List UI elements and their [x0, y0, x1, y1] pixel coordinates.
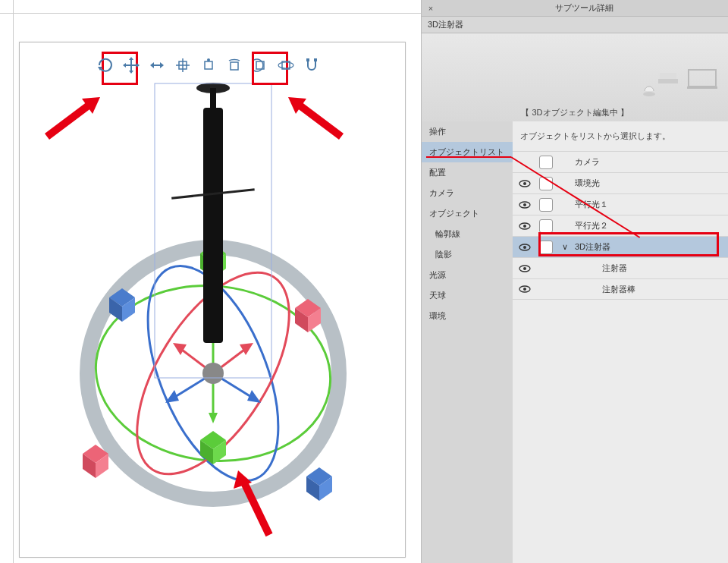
camera-pan-icon[interactable]	[121, 55, 142, 76]
object-row-5[interactable]: 注射器	[513, 257, 728, 278]
svg-point-69	[523, 203, 526, 206]
ruler-top	[0, 0, 421, 14]
subtool-detail-panel: × サブツール詳細 3D注射器 【 3Dオブジェクト編集中 】 操作オブジェクト…	[421, 0, 728, 563]
svg-marker-15	[173, 343, 187, 355]
sidebar-item-5[interactable]: 輪郭線	[422, 224, 513, 244]
object-row-2[interactable]: 平行光１	[513, 193, 728, 215]
sidebar-item-6[interactable]: 陰影	[422, 244, 513, 265]
svg-point-52	[278, 62, 293, 68]
svg-rect-47	[205, 61, 212, 69]
svg-rect-49	[231, 62, 238, 70]
visibility-eye-icon[interactable]	[516, 283, 534, 295]
object-list-content: オブジェクトをリストから選択します。 カメラ環境光平行光１平行光２∨3D注射器注…	[513, 121, 728, 563]
sidebar-item-8[interactable]: 天球	[422, 285, 513, 306]
svg-point-73	[523, 246, 526, 249]
svg-point-48	[207, 58, 210, 61]
canvas-area	[0, 0, 421, 563]
svg-rect-53	[306, 58, 309, 61]
annotation-box-3	[538, 232, 719, 256]
sidebar-item-9[interactable]: 環境	[422, 306, 513, 326]
object-move-icon[interactable]	[172, 55, 193, 76]
sidebar-item-3[interactable]: カメラ	[422, 183, 513, 203]
svg-line-57	[296, 102, 341, 137]
sidebar-item-1[interactable]: オブジェクトリスト	[422, 142, 513, 162]
checkbox[interactable]	[537, 156, 555, 169]
svg-marker-41	[129, 57, 133, 60]
visibility-eye-icon[interactable]	[516, 199, 534, 211]
svg-line-59	[243, 480, 269, 535]
visibility-eye-icon[interactable]	[516, 178, 534, 190]
svg-point-65	[643, 92, 655, 96]
panel-titlebar: × サブツール詳細	[422, 0, 728, 17]
visibility-eye-icon[interactable]	[516, 263, 534, 275]
svg-point-77	[523, 288, 526, 291]
panel-title: サブツール詳細	[440, 2, 728, 14]
svg-point-67	[523, 182, 526, 185]
object-scale-icon[interactable]	[198, 55, 219, 76]
annotation-arrow-2	[281, 91, 356, 152]
object-label: 注射器棒	[575, 284, 728, 295]
annotation-underline	[426, 156, 511, 158]
sidebar-item-0[interactable]: 操作	[422, 121, 513, 142]
camera-zoom-icon[interactable]	[146, 55, 168, 76]
object-row-0[interactable]: カメラ	[513, 151, 728, 172]
object-row-1[interactable]: 環境光	[513, 172, 728, 193]
sidebar-item-2[interactable]: 配置	[422, 162, 513, 183]
object-rotate-icon[interactable]	[224, 55, 245, 76]
checkbox[interactable]	[537, 198, 555, 212]
svg-marker-45	[150, 62, 154, 68]
panel-subtitle: 3D注射器	[422, 17, 728, 33]
svg-rect-64	[660, 73, 676, 79]
sidebar-item-7[interactable]: 光源	[422, 265, 513, 285]
svg-line-55	[47, 102, 93, 137]
panel-banner: 【 3Dオブジェクト編集中 】	[422, 33, 728, 121]
object-free-icon[interactable]	[275, 55, 297, 76]
svg-marker-9	[165, 390, 179, 403]
visibility-eye-icon[interactable]	[516, 241, 534, 253]
content-hint: オブジェクトをリストから選択します。	[513, 126, 728, 151]
svg-rect-62	[687, 86, 717, 89]
annotation-arrow-3	[228, 463, 288, 546]
3d-toolbar	[95, 55, 322, 76]
object-label: 平行光２	[575, 220, 728, 231]
svg-marker-42	[129, 71, 133, 74]
svg-rect-35	[203, 108, 223, 343]
svg-marker-13	[240, 343, 253, 355]
svg-rect-37	[210, 88, 216, 109]
sidebar-category-list: 操作オブジェクトリスト配置カメラオブジェクト輪郭線陰影光源天球環境	[422, 121, 513, 563]
svg-marker-11	[247, 390, 261, 403]
svg-marker-43	[123, 63, 126, 68]
svg-marker-46	[160, 62, 164, 68]
camera-rotate-icon[interactable]	[95, 55, 116, 76]
svg-rect-63	[658, 79, 678, 83]
banner-status-text: 【 3Dオブジェクト編集中 】	[518, 104, 631, 121]
object-label: カメラ	[575, 156, 728, 168]
visibility-eye-icon[interactable]	[516, 220, 534, 232]
object-label: 平行光１	[575, 199, 728, 210]
ruler-left	[0, 0, 14, 563]
svg-point-71	[523, 225, 526, 228]
svg-rect-61	[689, 70, 716, 86]
object-label: 環境光	[575, 178, 728, 189]
object-ground-icon[interactable]	[249, 55, 271, 76]
banner-decor-icon	[643, 62, 719, 108]
svg-marker-44	[136, 63, 140, 68]
svg-point-34	[202, 363, 224, 384]
svg-point-75	[523, 267, 526, 270]
object-row-6[interactable]: 注射器棒	[513, 278, 728, 300]
checkbox[interactable]	[537, 219, 555, 233]
svg-marker-7	[209, 413, 218, 423]
object-label: 注射器	[575, 263, 728, 274]
annotation-arrow-1	[39, 91, 115, 152]
panel-close-button[interactable]: ×	[422, 4, 440, 13]
sidebar-item-4[interactable]: オブジェクト	[422, 203, 513, 224]
svg-rect-54	[314, 58, 317, 61]
magnet-icon[interactable]	[301, 55, 322, 76]
